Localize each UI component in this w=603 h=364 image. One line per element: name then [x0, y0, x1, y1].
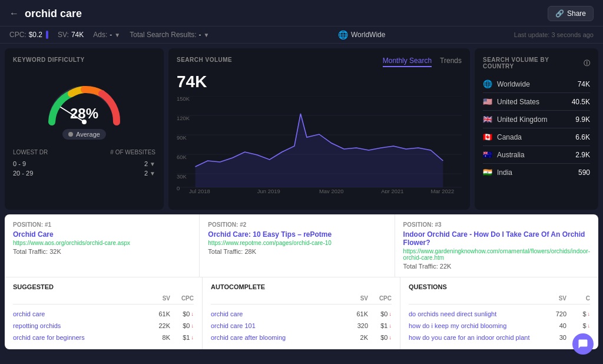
questions-cpc-header: C — [566, 295, 590, 302]
row-cpc-0: $0 ↓ — [170, 310, 194, 317]
country-row-2: 🇬🇧 United Kingdom 9.9K — [483, 111, 590, 128]
table-row: orchid care for beginners 8K $1 ↓ — [13, 332, 194, 343]
dr-table: LOWEST DR # OF WEBSITES 0 - 9 2 ▼ 20 - 2… — [13, 149, 155, 178]
row-cpc-1: $ ↓ — [566, 322, 590, 329]
row-name-2[interactable]: how do you care for an indoor orchid pla… — [409, 334, 537, 341]
pos3-title[interactable]: Indoor Orchid Care - How Do I Take Care … — [403, 230, 590, 247]
autocomplete-col-headers: SV CPC — [211, 295, 392, 305]
back-button[interactable]: ← — [9, 8, 19, 19]
autocomplete-header: AUTOCOMPLETE — [211, 283, 392, 290]
svg-text:Apr 2021: Apr 2021 — [381, 188, 403, 193]
avg-dot — [68, 132, 73, 137]
pos2-title[interactable]: Orchid Care: 10 Easy Tips – rePotme — [208, 230, 386, 239]
search-volume-chart: 150K 120K 90K 60K 30K 0 Jul 2018 Jun 201… — [177, 96, 462, 190]
suggested-col-headers: SV CPC — [13, 295, 194, 305]
table-row: orchid care 61K $0 ↓ — [13, 308, 194, 320]
share-button[interactable]: 🔗 Share — [548, 6, 594, 21]
country-name-1: United States — [497, 98, 539, 106]
row-name-2[interactable]: orchid care for beginners — [13, 334, 141, 341]
svg-text:Mar 2022: Mar 2022 — [430, 188, 454, 193]
country-row-0: 🌐 Worldwide 74K — [483, 75, 590, 93]
country-left-5: 🇮🇳 India — [483, 168, 512, 177]
page-title: orchid care — [25, 8, 82, 20]
sv-label: SV: — [58, 31, 69, 39]
position-3: POSITION: #3 Indoor Orchid Care - How Do… — [395, 214, 598, 277]
questions-title: QUESTIONS — [409, 283, 447, 290]
country-left-1: 🇺🇸 United States — [483, 97, 539, 106]
country-left-3: 🇨🇦 Canada — [483, 133, 522, 141]
sv-tabs: Monthly Search Trends — [383, 57, 462, 67]
questions-header: QUESTIONS — [409, 283, 590, 290]
row-sv-1: 320 — [339, 322, 368, 329]
suggested-sv-header: SV — [141, 295, 170, 302]
suggested-section: SUGGESTED SV CPC orchid care 61K $0 ↓ re… — [5, 277, 203, 349]
table-row: how do you care for an indoor orchid pla… — [409, 332, 590, 343]
dr-col-headers: LOWEST DR # OF WEBSITES — [13, 149, 155, 155]
gauge: 28% — [43, 75, 125, 122]
country-left-2: 🇬🇧 United Kingdom — [483, 115, 547, 124]
row-name-0[interactable]: orchid care — [211, 310, 339, 317]
dr-header: LOWEST DR — [13, 149, 48, 155]
table-row: how do i keep my orchid blooming 40 $ ↓ — [409, 320, 590, 332]
svg-text:30K: 30K — [177, 174, 187, 180]
svg-text:60K: 60K — [177, 154, 187, 160]
dr-row-2: 20 - 29 2 ▼ — [13, 168, 155, 178]
toolbar: CPC: $0.2 SV: 74K Ads: - ▼ Total Search … — [0, 27, 603, 44]
cpc-value: $0.2 — [29, 31, 42, 39]
main-grid: KEYWORD DIFFICULTY 28% — [0, 44, 603, 214]
row-cpc-2: $0 ↓ — [368, 334, 392, 341]
table-row: orchid care 101 320 $1 ↓ — [211, 320, 392, 332]
location-selector[interactable]: 🌐 WorldWide — [338, 30, 385, 39]
pos3-url: https://www.gardeningknowhow.com/ornamen… — [403, 248, 590, 261]
svg-text:May 2020: May 2020 — [319, 188, 344, 193]
share-icon: 🔗 — [555, 9, 564, 18]
chat-bubble[interactable] — [572, 333, 594, 355]
tab-trends[interactable]: Trends — [440, 57, 462, 67]
suggested-name-header — [13, 295, 141, 302]
questions-section: QUESTIONS SV C do orchids need direct su… — [400, 277, 598, 349]
header: ← orchid care 🔗 Share — [0, 0, 603, 27]
autocomplete-cpc-header: CPC — [368, 295, 392, 302]
row-name-1[interactable]: repotting orchids — [13, 322, 141, 329]
country-name-2: United Kingdom — [497, 115, 547, 124]
row-name-0[interactable]: do orchids need direct sunlight — [409, 310, 537, 317]
row-name-1[interactable]: orchid care 101 — [211, 322, 339, 329]
questions-name-header — [409, 295, 537, 302]
pos1-traffic: Total Traffic: 32K — [13, 248, 191, 255]
country-name-3: Canada — [497, 133, 522, 141]
svg-text:150K: 150K — [177, 96, 190, 102]
svg-text:Jul 2018: Jul 2018 — [189, 188, 210, 193]
country-flag-3: 🇨🇦 — [483, 133, 492, 141]
country-val-1: 40.5K — [572, 98, 590, 106]
sv-header: SEARCH VOLUME Monthly Search Trends — [177, 57, 462, 69]
autocomplete-rows: orchid care 61K $0 ↓ orchid care 101 320… — [211, 308, 392, 343]
suggested-rows: orchid care 61K $0 ↓ repotting orchids 2… — [13, 308, 194, 343]
results-label: Total Search Results: — [130, 31, 196, 39]
questions-col-headers: SV C — [409, 295, 590, 305]
row-sv-0: 61K — [339, 310, 368, 317]
table-row: orchid care after blooming 2K $0 ↓ — [211, 332, 392, 343]
row-cpc-0: $ ↓ — [566, 310, 590, 317]
country-val-2: 9.9K — [575, 115, 590, 124]
websites-header: # OF WEBSITES — [110, 149, 155, 155]
tab-monthly[interactable]: Monthly Search — [383, 57, 432, 67]
position-1: POSITION: #1 Orchid Care https://www.aos… — [5, 214, 200, 277]
ads-value: - — [110, 31, 112, 39]
ads-label: Ads: — [93, 31, 107, 39]
range-2: 20 - 29 — [13, 170, 33, 177]
autocomplete-title: AUTOCOMPLETE — [211, 283, 265, 290]
cpc-label: CPC: — [9, 31, 26, 39]
ads-item: Ads: - ▼ — [93, 31, 120, 39]
row-cpc-1: $0 ↓ — [170, 322, 194, 329]
sv-value: 74K — [71, 31, 84, 39]
svg-text:90K: 90K — [177, 135, 187, 141]
row-cpc-2: $1 ↓ — [170, 334, 194, 341]
row-sv-0: 61K — [141, 310, 170, 317]
pos1-url: https://www.aos.org/orchids/orchid-care.… — [13, 240, 191, 246]
row-name-2[interactable]: orchid care after blooming — [211, 334, 339, 341]
row-name-1[interactable]: how do i keep my orchid blooming — [409, 322, 537, 329]
pos1-title[interactable]: Orchid Care — [13, 230, 191, 239]
row-name-0[interactable]: orchid care — [13, 310, 141, 317]
country-name-4: Australia — [497, 151, 525, 159]
country-val-3: 6.6K — [575, 133, 590, 141]
